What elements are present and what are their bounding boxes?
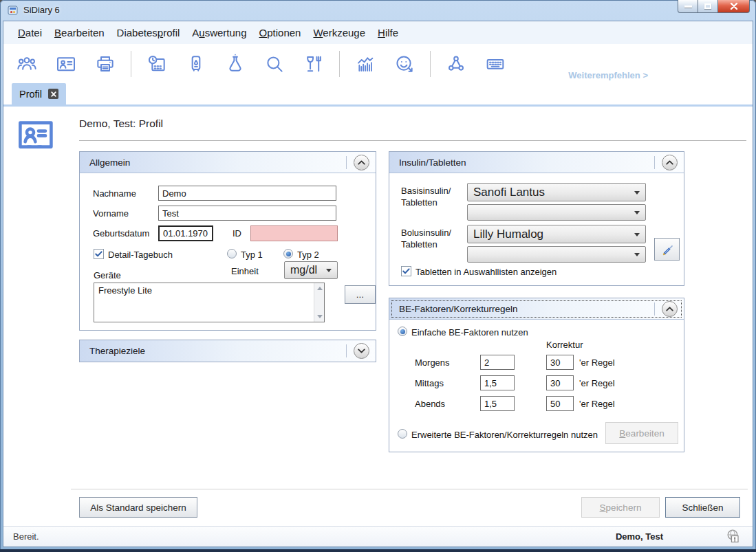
menu-datei[interactable]: Datei xyxy=(12,24,48,41)
wellbeing-button[interactable] xyxy=(391,50,418,78)
scroll-down-icon xyxy=(317,315,323,318)
speichern-button[interactable]: Speichern xyxy=(581,497,660,518)
title-divider xyxy=(79,140,746,141)
title-bar[interactable]: SiDiary 6 xyxy=(0,0,756,21)
bolusinsulin-select-2[interactable] xyxy=(467,246,646,263)
collapse-button[interactable] xyxy=(354,155,369,170)
tabletten-anzeigen-checkbox[interactable] xyxy=(401,266,411,276)
calendar-icon xyxy=(145,53,169,75)
basisinsulin-select[interactable]: Sanofi Lantus xyxy=(467,183,646,201)
profile-page: Demo, Test: Profil Allgemein Nachname Vo… xyxy=(3,107,753,526)
food-button[interactable] xyxy=(300,50,327,78)
panel-be-faktoren: BE-Faktoren/Korrekturregeln Einfache BE-… xyxy=(389,298,684,452)
expand-button[interactable] xyxy=(354,343,369,359)
als-standard-speichern-button[interactable]: Als Standard speichern xyxy=(79,497,197,518)
id-label: ID xyxy=(233,228,241,239)
header-divider xyxy=(346,156,347,169)
bolusinsulin-select[interactable]: Lilly Humalog xyxy=(467,225,646,243)
mittags-faktor-field[interactable] xyxy=(480,375,515,390)
morgens-korrektur-field[interactable] xyxy=(546,355,574,370)
schliessen-button[interactable]: Schließen xyxy=(665,497,740,518)
share-button[interactable] xyxy=(442,50,470,78)
geraete-listbox[interactable]: Freestyle Lite xyxy=(94,283,325,322)
listbox-scrollbar[interactable] xyxy=(314,283,324,322)
panel-be-faktoren-title: BE-Faktoren/Korrekturregeln xyxy=(399,304,518,314)
panel-insulin-header[interactable]: Insulin/Tabletten xyxy=(389,152,684,173)
abends-regel-suffix: 'er Regel xyxy=(579,399,615,409)
toolbar-separator xyxy=(430,51,431,77)
panel-therapieziele-header[interactable]: Therapieziele xyxy=(80,340,376,362)
geburtsdatum-label: Geburtsdatum xyxy=(93,228,149,239)
insulin-wizard-button[interactable] xyxy=(654,238,680,261)
erweiterte-be-radio[interactable] xyxy=(398,429,407,439)
einfache-be-radio[interactable] xyxy=(398,327,407,336)
lab-button[interactable] xyxy=(222,50,249,78)
status-text: Bereit. xyxy=(13,531,39,542)
collapse-button[interactable] xyxy=(662,155,678,170)
app-window: SiDiary 6 Datei Bearbeiten Diabetesprofi… xyxy=(0,0,756,552)
keyboard-button[interactable] xyxy=(482,50,509,78)
mittags-label: Mittags xyxy=(415,378,444,388)
collapse-button[interactable] xyxy=(662,301,678,317)
menu-bar: Datei Bearbeiten Diabetesprofil Auswertu… xyxy=(3,21,753,44)
globe-alert-icon[interactable] xyxy=(725,529,742,547)
typ1-label: Typ 1 xyxy=(241,250,263,260)
wellbeing-icon xyxy=(393,53,416,75)
geraete-label: Geräte xyxy=(94,270,121,280)
abends-faktor-field[interactable] xyxy=(480,396,515,411)
panel-insulin: Insulin/Tabletten Basisinsulin/ Tablette… xyxy=(389,151,684,286)
panel-therapieziele-title: Therapieziele xyxy=(89,346,145,356)
minimize-button[interactable] xyxy=(678,0,698,13)
tab-profil[interactable]: Profil xyxy=(12,83,66,104)
statistics-button[interactable] xyxy=(352,50,379,78)
profile-page-icon xyxy=(17,119,54,155)
morgens-faktor-field[interactable] xyxy=(480,355,515,370)
menu-hilfe[interactable]: Hilfe xyxy=(371,24,404,41)
share-icon xyxy=(444,53,468,75)
menu-werkzeuge[interactable]: Werkzeuge xyxy=(307,24,371,41)
maximize-button[interactable] xyxy=(698,0,718,13)
menu-optionen[interactable]: Optionen xyxy=(253,24,307,41)
device-list-item[interactable]: Freestyle Lite xyxy=(94,283,324,298)
profile-card-button[interactable] xyxy=(52,50,80,78)
tab-bar: Profil xyxy=(3,83,753,107)
abends-korrektur-field[interactable] xyxy=(546,396,574,411)
mittags-korrektur-field[interactable] xyxy=(546,375,574,390)
profile-card-icon xyxy=(54,53,78,75)
device-button[interactable] xyxy=(182,50,210,78)
menu-diabetesprofil[interactable]: Diabetesprofil xyxy=(111,24,186,41)
calendar-button[interactable] xyxy=(143,50,171,78)
detail-tagebuch-checkbox[interactable] xyxy=(94,249,104,259)
patients-button[interactable] xyxy=(13,50,41,78)
morgens-label: Morgens xyxy=(415,357,450,368)
promo-link[interactable]: Weiterempfehlen > xyxy=(568,70,648,80)
search-button[interactable] xyxy=(261,50,288,78)
nachname-field[interactable] xyxy=(158,186,336,201)
typ1-radio[interactable] xyxy=(227,249,237,258)
einheit-select[interactable]: mg/dl xyxy=(284,261,338,279)
typ2-radio[interactable] xyxy=(283,249,293,258)
lab-icon xyxy=(224,53,247,75)
header-divider xyxy=(346,344,347,357)
tab-close-button[interactable] xyxy=(48,89,58,99)
statistics-icon xyxy=(354,53,377,75)
vorname-field[interactable] xyxy=(158,206,336,221)
morgens-regel-suffix: 'er Regel xyxy=(579,357,615,368)
bolusinsulin-label-line1: Bolusinsulin/ xyxy=(401,228,451,238)
bearbeiten-button[interactable]: Bearbeiten xyxy=(605,422,678,444)
toolbar-separator xyxy=(339,51,340,77)
header-divider xyxy=(654,156,655,169)
close-button[interactable] xyxy=(718,0,750,13)
status-user-name: Demo, Test xyxy=(616,531,663,542)
print-button[interactable] xyxy=(91,50,119,78)
geburtsdatum-field[interactable] xyxy=(158,225,213,241)
header-divider xyxy=(654,302,655,316)
basisinsulin-select-2[interactable] xyxy=(467,204,646,221)
menu-auswertung[interactable]: Auswertung xyxy=(186,24,252,41)
geraete-more-button[interactable]: ... xyxy=(345,285,376,304)
menu-bearbeiten[interactable]: Bearbeiten xyxy=(48,24,111,41)
toolbar: Weiterempfehlen > xyxy=(3,44,753,83)
panel-be-faktoren-header[interactable]: BE-Faktoren/Korrekturregeln xyxy=(389,298,684,320)
id-field[interactable] xyxy=(250,225,338,241)
panel-allgemein-header[interactable]: Allgemein xyxy=(80,152,376,173)
